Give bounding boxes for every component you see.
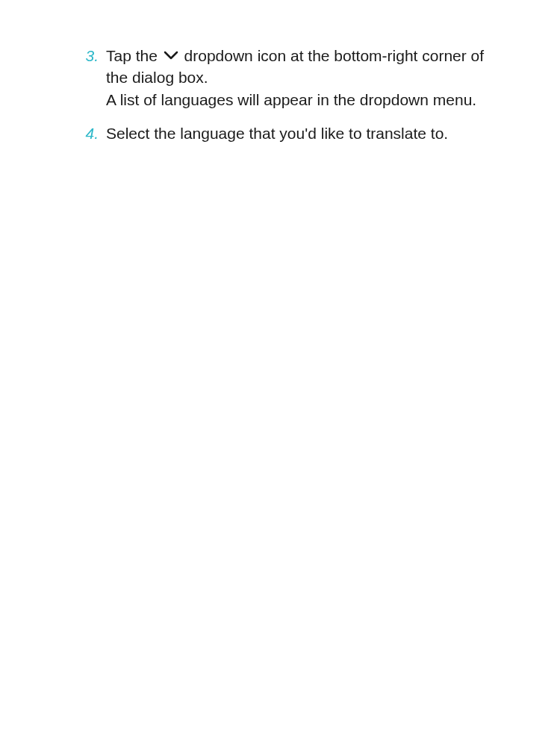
- chevron-down-icon: [164, 50, 178, 60]
- step-content: Select the language that you'd like to t…: [106, 122, 489, 144]
- step-number: 3.: [75, 45, 99, 66]
- step-item-3: 3. Tap the dropdown icon at the bottom-r…: [75, 45, 489, 110]
- step-item-4: 4. Select the language that you'd like t…: [75, 122, 489, 144]
- step-text-before: Tap the: [106, 47, 162, 64]
- step-number: 4.: [75, 122, 99, 144]
- step-text: Select the language that you'd like to t…: [106, 125, 448, 142]
- step-text-line2: A list of languages will appear in the d…: [106, 91, 476, 108]
- step-content: Tap the dropdown icon at the bottom-righ…: [106, 45, 489, 110]
